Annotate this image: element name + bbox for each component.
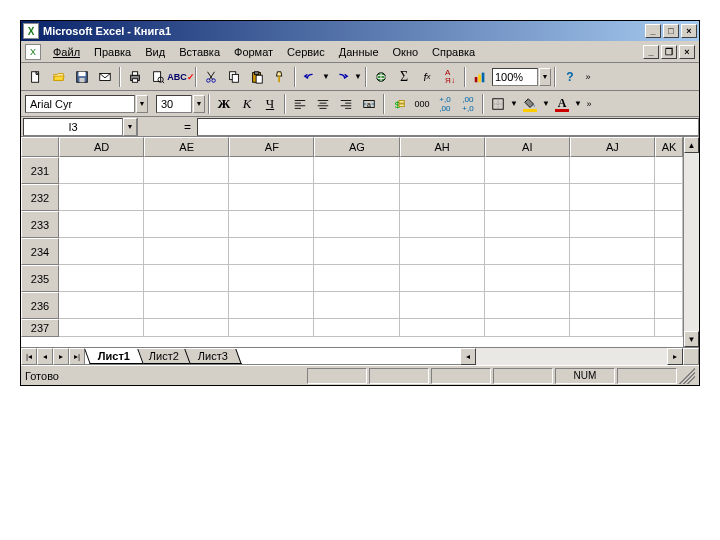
minimize-button[interactable]: _ — [645, 24, 661, 38]
doc-restore-button[interactable]: ❐ — [661, 45, 677, 59]
align-center-icon[interactable] — [312, 93, 334, 115]
copy-icon[interactable] — [223, 66, 245, 88]
vertical-scrollbar[interactable]: ▲ ▼ — [683, 137, 699, 347]
borders-icon[interactable] — [487, 93, 509, 115]
column-header[interactable]: AG — [314, 137, 399, 157]
autosum-icon[interactable]: Σ — [393, 66, 415, 88]
spellcheck-icon[interactable]: ABC✓ — [170, 66, 192, 88]
excel-icon: X — [23, 23, 39, 39]
horizontal-scrollbar[interactable]: ◂ ▸ — [460, 348, 683, 365]
italic-button[interactable]: К — [236, 93, 258, 115]
toolbar-more[interactable]: » — [582, 72, 594, 82]
select-all-corner[interactable] — [21, 137, 59, 157]
redo-icon[interactable] — [331, 66, 353, 88]
zoom-input[interactable]: 100% — [492, 68, 538, 86]
format-painter-icon[interactable] — [269, 66, 291, 88]
column-header[interactable]: AK — [655, 137, 683, 157]
save-icon[interactable] — [71, 66, 93, 88]
tab-nav-next-icon[interactable]: ▸ — [53, 348, 69, 365]
email-icon[interactable] — [94, 66, 116, 88]
tab-nav-first-icon[interactable]: |◂ — [21, 348, 37, 365]
font-color-icon[interactable]: A — [551, 93, 573, 115]
comma-style-icon[interactable]: 000 — [411, 93, 433, 115]
chart-icon[interactable] — [469, 66, 491, 88]
font-dropdown[interactable]: ▼ — [136, 95, 148, 113]
merge-center-icon[interactable]: a — [358, 93, 380, 115]
align-right-icon[interactable] — [335, 93, 357, 115]
increase-decimal-icon[interactable]: +,0,00 — [434, 93, 456, 115]
fill-color-dropdown[interactable]: ▼ — [542, 99, 550, 108]
cells-area[interactable] — [59, 157, 683, 337]
doc-minimize-button[interactable]: _ — [643, 45, 659, 59]
menu-format[interactable]: Формат — [228, 44, 279, 60]
row-header[interactable]: 237 — [21, 319, 59, 337]
column-header[interactable]: AF — [229, 137, 314, 157]
formatting-toolbar: Arial Cyr ▼ 30 ▼ Ж К Ч a $ 000 +,0,00 ,0… — [21, 91, 699, 117]
currency-icon[interactable]: $ — [388, 93, 410, 115]
row-header[interactable]: 235 — [21, 265, 59, 292]
sort-asc-icon[interactable]: АЯ↓ — [439, 66, 461, 88]
redo-dropdown[interactable]: ▼ — [354, 72, 362, 81]
hyperlink-icon[interactable] — [370, 66, 392, 88]
row-header[interactable]: 233 — [21, 211, 59, 238]
print-icon[interactable] — [124, 66, 146, 88]
equals-label[interactable]: = — [137, 118, 197, 136]
font-color-dropdown[interactable]: ▼ — [574, 99, 582, 108]
undo-dropdown[interactable]: ▼ — [322, 72, 330, 81]
menu-insert[interactable]: Вставка — [173, 44, 226, 60]
menu-help[interactable]: Справка — [426, 44, 481, 60]
maximize-button[interactable]: □ — [663, 24, 679, 38]
function-icon[interactable]: fx — [416, 66, 438, 88]
help-icon[interactable]: ? — [559, 66, 581, 88]
menu-edit[interactable]: Правка — [88, 44, 137, 60]
resize-grip[interactable] — [679, 368, 695, 384]
tab-nav-prev-icon[interactable]: ◂ — [37, 348, 53, 365]
borders-dropdown[interactable]: ▼ — [510, 99, 518, 108]
undo-icon[interactable] — [299, 66, 321, 88]
formula-input[interactable] — [197, 118, 699, 136]
cut-icon[interactable] — [200, 66, 222, 88]
font-size-dropdown[interactable]: ▼ — [193, 95, 205, 113]
close-button[interactable]: × — [681, 24, 697, 38]
zoom-dropdown[interactable]: ▼ — [539, 68, 551, 86]
scroll-left-icon[interactable]: ◂ — [460, 348, 476, 365]
sheet-tab-3[interactable]: Лист3 — [184, 349, 241, 364]
row-header[interactable]: 236 — [21, 292, 59, 319]
font-size-selector[interactable]: 30 — [156, 95, 192, 113]
menu-tools[interactable]: Сервис — [281, 44, 331, 60]
menu-window[interactable]: Окно — [387, 44, 425, 60]
tab-nav-last-icon[interactable]: ▸| — [69, 348, 85, 365]
column-header[interactable]: AD — [59, 137, 144, 157]
paste-icon[interactable] — [246, 66, 268, 88]
doc-close-button[interactable]: × — [679, 45, 695, 59]
open-icon[interactable] — [48, 66, 70, 88]
new-icon[interactable] — [25, 66, 47, 88]
row-header[interactable]: 231 — [21, 157, 59, 184]
svg-rect-2 — [79, 71, 86, 75]
menu-view[interactable]: Вид — [139, 44, 171, 60]
align-left-icon[interactable] — [289, 93, 311, 115]
sheet-tab-1[interactable]: Лист1 — [84, 349, 144, 364]
column-header[interactable]: AJ — [570, 137, 655, 157]
font-selector[interactable]: Arial Cyr — [25, 95, 135, 113]
print-preview-icon[interactable] — [147, 66, 169, 88]
fill-color-icon[interactable] — [519, 93, 541, 115]
row-header[interactable]: 232 — [21, 184, 59, 211]
name-box[interactable]: I3 — [23, 118, 123, 136]
name-box-dropdown[interactable]: ▼ — [123, 118, 137, 136]
scroll-down-icon[interactable]: ▼ — [684, 331, 699, 347]
status-panel — [493, 368, 553, 384]
format-toolbar-more[interactable]: » — [583, 99, 595, 109]
column-header[interactable]: AI — [485, 137, 570, 157]
bold-button[interactable]: Ж — [213, 93, 235, 115]
column-header[interactable]: AH — [400, 137, 485, 157]
underline-button[interactable]: Ч — [259, 93, 281, 115]
decrease-decimal-icon[interactable]: ,00+,0 — [457, 93, 479, 115]
scroll-right-icon[interactable]: ▸ — [667, 348, 683, 365]
scroll-up-icon[interactable]: ▲ — [684, 137, 699, 153]
menu-data[interactable]: Данные — [333, 44, 385, 60]
document-icon[interactable]: X — [25, 44, 41, 60]
column-header[interactable]: AE — [144, 137, 229, 157]
menu-file[interactable]: Файл — [47, 44, 86, 60]
row-header[interactable]: 234 — [21, 238, 59, 265]
